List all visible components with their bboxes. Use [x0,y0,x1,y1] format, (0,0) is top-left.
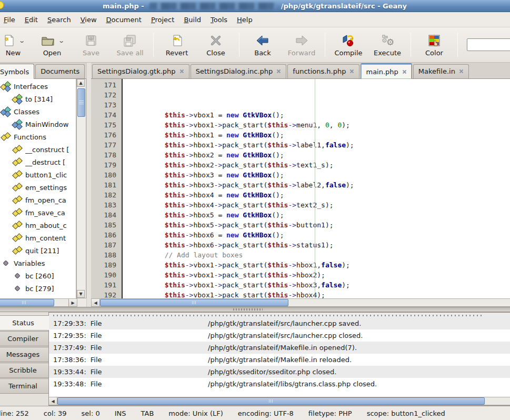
color-button[interactable]: Color [415,32,454,58]
menu-file[interactable]: File [0,14,20,26]
code-line: $this->hbox1->pack_start($this->label1,f… [132,140,510,150]
function-icon [13,246,23,255]
tree-item-hm-content[interactable]: hm_content [0,232,76,244]
revert-button[interactable]: Revert [157,32,196,58]
new-dropdown-icon[interactable]: ⌄ [18,37,25,44]
tree-item-to-314-[interactable]: to [314] [0,93,76,105]
tree-item-quit-211-[interactable]: quit [211] [0,244,76,257]
line-number: 179 [91,160,116,170]
panel-tab-compiler[interactable]: Compiler [0,331,48,346]
menu-document[interactable]: Document [102,14,146,26]
execute-label: Execute [374,49,401,57]
sidebar-splitter[interactable] [86,63,91,307]
editor-horizontal-scrollbar[interactable]: ◀ [91,298,510,307]
save-label: Save [83,49,99,57]
code-text[interactable]: $this->vbox1 = new GtkVBox(); $this->vbo… [129,79,510,298]
new-label: New [6,49,21,57]
tree-item-functions[interactable]: ▼Functions [0,131,76,143]
panel-tab-terminal[interactable]: Terminal [0,378,48,394]
tree-item-bc-279-[interactable]: bc [279] [0,282,76,295]
scrollbar-thumb[interactable] [0,299,54,306]
scroll-right-button[interactable]: ▶ [68,299,77,306]
sidebar-vertical-scrollbar[interactable]: ▲ ▼ [76,79,86,298]
new-button[interactable]: ⌄New [0,32,33,58]
tab-close-icon[interactable] [402,69,407,74]
panel-tab-scribble[interactable]: Scribble [0,363,48,378]
scroll-left-button[interactable]: ◀ [92,299,100,306]
menu-build[interactable]: Build [179,14,206,26]
tab-label: SettingsDialog.inc.php [196,67,273,75]
tab-functions-h-php[interactable]: functions.h.php [287,64,359,78]
scroll-up-button[interactable]: ▲ [77,79,85,87]
tree-item-classes[interactable]: ▼Classes [0,105,76,118]
tree-item-bo-259-[interactable]: bo [259] [0,295,76,298]
tree-item-mainwindow[interactable]: MainWindow [0,118,76,131]
tree-item-label: fm_open_ca [25,196,66,204]
message-row[interactable]: 17:38:36:File/php/gtk/gtranslateif/Makef… [49,354,510,366]
back-button[interactable]: Back [243,32,282,58]
tab-settingsdialog-inc-php[interactable]: SettingsDialog.inc.php [191,64,287,78]
message-label: File [91,368,102,376]
message-row[interactable]: 17:29:33:File/php/gtk/gtranslateif/src/l… [49,317,510,329]
sidebar-horizontal-scrollbar[interactable]: ▶ [0,298,77,307]
line-number: 180 [91,170,116,180]
scrollbar-thumb[interactable] [57,397,485,405]
message-time: 19:33:44: [53,368,86,376]
message-row[interactable]: 17:37:49:File/php/gtk/gtranslateif/Makef… [49,342,510,354]
panel-tab-messages[interactable]: Messages [0,347,48,362]
tab-documents[interactable]: Documents [35,64,85,78]
execute-button[interactable]: ⚙⚙Execute [368,32,407,58]
tab-close-icon[interactable] [459,69,464,74]
tree-item-bc-260-[interactable]: bc [260] [0,269,76,282]
scroll-down-button[interactable]: ▼ [77,290,85,298]
message-row[interactable]: 17:29:35:File/php/gtk/gtranslateif/src/l… [49,329,510,342]
tab-close-icon[interactable] [179,69,184,74]
code-line: $this->vbox1->pack_start($this->hbox4); [132,290,510,298]
menu-view[interactable]: View [76,14,102,26]
open-dropdown-icon[interactable]: ⌄ [58,37,65,44]
messages-horizontal-scrollbar[interactable]: ◀ [49,397,510,405]
scrollbar-thumb[interactable] [77,88,85,117]
close-button[interactable]: Close [196,32,235,58]
tree-item-button1-clic[interactable]: button1_clic [0,168,76,181]
tab-makefile-in[interactable]: Makefile.in [413,64,469,78]
menu-search[interactable]: Search [43,14,76,26]
tree-item-interfaces[interactable]: ▼Interfaces [0,80,76,93]
tree-item--construct-[interactable]: __construct [ [0,143,76,156]
tree-item-em-settings[interactable]: em_settings [0,181,76,194]
tab-symbols[interactable]: Symbols [0,64,34,79]
code-line: $this->hbox2 = new GtkHBox(); [132,150,510,160]
tab-settingsdialog-gtk-php[interactable]: SettingsDialog.gtk.php [92,64,189,78]
code-line: $this->hbox6->pack_start($this->status1)… [132,240,510,250]
tree-item-fm-open-ca[interactable]: fm_open_ca [0,194,76,206]
scrollbar-thumb[interactable] [100,299,288,306]
open-button[interactable]: ⌄Open [33,32,72,58]
tab-close-icon[interactable] [276,69,281,74]
code-view[interactable]: 1711721731741751761771781791801811821831… [91,79,510,298]
tree-item-hm-about-c[interactable]: hm_about_c [0,219,76,232]
menu-help[interactable]: Help [232,14,257,26]
titlebar[interactable]: main.php - /php/gtk/gtranslateif/src - G… [0,0,510,12]
execute-gears-icon: ⚙⚙ [380,33,395,48]
panel-tab-status[interactable]: Status [0,315,49,331]
tree-item-variables[interactable]: ▼Variables [0,257,76,269]
menu-edit[interactable]: Edit [20,14,43,26]
panel-splitter[interactable] [0,307,510,312]
scroll-left-button[interactable]: ◀ [49,397,57,405]
toolbar-separator [153,33,154,57]
toolbar-separator [325,33,325,57]
menu-project[interactable]: Project [146,14,179,26]
tab-close-icon[interactable] [349,69,354,74]
message-row[interactable]: 19:33:48:File/php/gtk/gtranslateif/libs/… [49,378,510,390]
tree-item--destruct-[interactable]: __destruct [ [0,156,76,168]
compile-button[interactable]: Compile [329,32,368,58]
sidebar: SymbolsDocuments ▼Interfacesto [314]▼Cla… [0,63,86,307]
status-item-6: encoding: UTF-8 [238,409,294,417]
tab-main-php[interactable]: main.php [361,63,412,79]
status-message-list[interactable]: 17:29:33:File/php/gtk/gtranslateif/src/l… [48,312,510,406]
menu-tools[interactable]: Tools [206,14,232,26]
message-row[interactable]: 19:33:44:File/php/gtk/sseditor/sseditor.… [49,366,510,378]
open-folder-icon: ⌄ [41,33,64,48]
tree-item-fm-save-ca[interactable]: fm_save_ca [0,206,76,219]
goto-line-entry[interactable] [467,38,510,51]
